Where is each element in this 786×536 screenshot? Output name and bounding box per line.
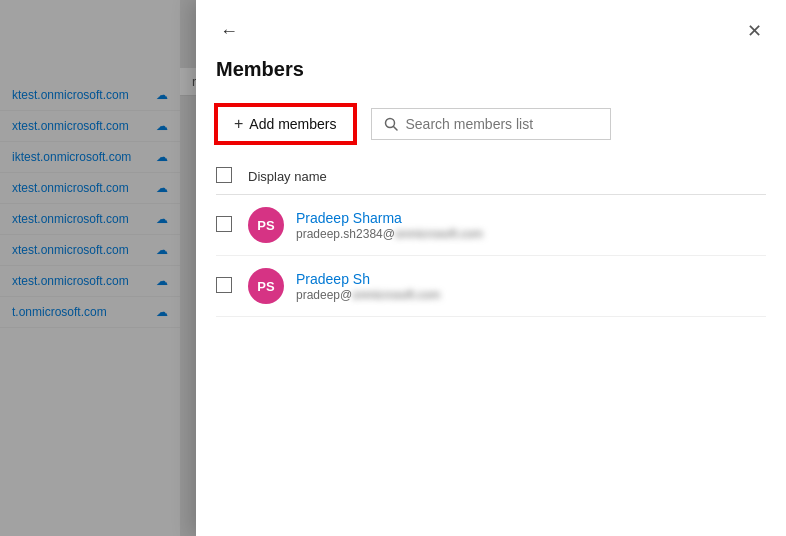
add-members-label: Add members: [249, 116, 336, 132]
svg-line-1: [393, 127, 397, 131]
plus-icon: +: [234, 115, 243, 133]
back-arrow-icon: ←: [220, 21, 238, 42]
toolbar: + Add members: [196, 97, 786, 159]
table-row: PS Pradeep Sh pradeep@onmicrosoft.com: [216, 256, 766, 317]
member-info: Pradeep Sharma pradeep.sh2384@onmicrosof…: [296, 210, 766, 241]
close-icon: ✕: [747, 20, 762, 42]
panel-title: Members: [196, 54, 786, 97]
modal-header: ← ✕: [196, 0, 786, 54]
close-button[interactable]: ✕: [743, 16, 766, 46]
search-box: [371, 108, 611, 140]
search-input[interactable]: [406, 116, 598, 132]
member-email: pradeep@onmicrosoft.com: [296, 288, 766, 302]
members-table: Display name PS Pradeep Sharma pradeep.s…: [196, 159, 786, 536]
modal-navigation: ←: [216, 17, 242, 46]
add-members-button[interactable]: + Add members: [216, 105, 355, 143]
select-all-checkbox[interactable]: [216, 167, 232, 183]
column-header-display-name: Display name: [248, 169, 766, 184]
member-checkbox[interactable]: [216, 216, 232, 232]
member-name: Pradeep Sh: [296, 271, 766, 287]
members-panel: ← ✕ Members + Add members Display name: [196, 0, 786, 536]
member-email-blur: onmicrosoft.com: [395, 227, 483, 241]
member-email: pradeep.sh2384@onmicrosoft.com: [296, 227, 766, 241]
avatar-initials: PS: [257, 279, 274, 294]
member-info: Pradeep Sh pradeep@onmicrosoft.com: [296, 271, 766, 302]
avatar-initials: PS: [257, 218, 274, 233]
member-email-blur: onmicrosoft.com: [352, 288, 440, 302]
member-checkbox[interactable]: [216, 277, 232, 293]
table-row: PS Pradeep Sharma pradeep.sh2384@onmicro…: [216, 195, 766, 256]
avatar: PS: [248, 207, 284, 243]
back-button[interactable]: ←: [216, 17, 242, 46]
avatar: PS: [248, 268, 284, 304]
member-name: Pradeep Sharma: [296, 210, 766, 226]
search-icon: [384, 117, 398, 131]
table-header: Display name: [216, 159, 766, 195]
